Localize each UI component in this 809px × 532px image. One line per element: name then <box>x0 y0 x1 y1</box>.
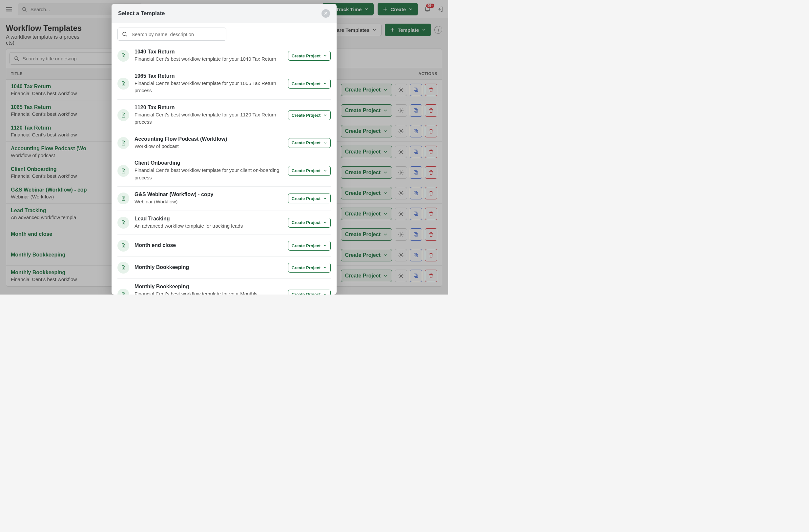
template-icon-wrap <box>118 109 129 121</box>
document-icon <box>120 112 126 118</box>
chevron-down-icon <box>323 141 327 145</box>
chevron-down-icon <box>323 82 327 86</box>
create-project-button[interactable]: Create Project <box>288 218 331 228</box>
create-project-label: Create Project <box>292 168 321 173</box>
template-icon-wrap <box>118 262 129 274</box>
create-project-label: Create Project <box>292 243 321 248</box>
create-project-label: Create Project <box>292 53 321 58</box>
chevron-down-icon <box>323 54 327 58</box>
template-title: 1040 Tax Return <box>135 49 283 55</box>
create-project-label: Create Project <box>292 113 321 118</box>
template-list-item: Month end close Create Project <box>118 235 331 257</box>
create-project-label: Create Project <box>292 81 321 86</box>
template-desc: Webinar (Workflow) <box>135 198 283 206</box>
template-list-item: Monthly Bookkeeping Create Project <box>118 257 331 279</box>
template-title: Month end close <box>135 242 283 248</box>
template-icon-wrap <box>118 50 129 62</box>
create-project-button[interactable]: Create Project <box>288 138 331 148</box>
template-icon-wrap <box>118 165 129 177</box>
template-desc: Financial Cent's best workflow template … <box>135 80 283 95</box>
template-desc: Financial Cent's best workflow template … <box>135 167 283 182</box>
template-list-item: G&S Webinar (Workflow) - copy Webinar (W… <box>118 187 331 211</box>
template-list-item: 1040 Tax Return Financial Cent's best wo… <box>118 44 331 68</box>
modal-search-input[interactable] <box>132 32 222 37</box>
modal-close-button[interactable]: ✕ <box>322 9 330 18</box>
document-icon <box>120 168 126 174</box>
modal-search[interactable] <box>118 28 226 41</box>
document-icon <box>120 292 126 295</box>
template-desc: Financial Cent's best workflow template … <box>135 55 283 63</box>
search-icon <box>122 31 127 37</box>
create-project-label: Create Project <box>292 196 321 201</box>
template-desc: Workflow of podcast <box>135 143 283 150</box>
template-list-item: Client Onboarding Financial Cent's best … <box>118 155 331 187</box>
document-icon <box>120 220 126 226</box>
create-project-label: Create Project <box>292 220 321 225</box>
create-project-label: Create Project <box>292 140 321 145</box>
chevron-down-icon <box>323 196 327 201</box>
chevron-down-icon <box>323 113 327 117</box>
template-desc: An advanced workflow template for tracki… <box>135 222 283 230</box>
chevron-down-icon <box>323 244 327 247</box>
select-template-modal: Select a Template ✕ 1040 Tax Return Fina… <box>111 4 337 294</box>
document-icon <box>120 81 126 87</box>
modal-title: Select a Template <box>118 10 322 17</box>
document-icon <box>120 53 126 59</box>
template-title: Client Onboarding <box>135 160 283 166</box>
create-project-button[interactable]: Create Project <box>288 79 331 89</box>
template-list-item: 1065 Tax Return Financial Cent's best wo… <box>118 68 331 100</box>
template-icon-wrap <box>118 192 129 204</box>
template-list-item: Accounting Flow Podcast (Workflow) Workf… <box>118 131 331 155</box>
template-list: 1040 Tax Return Financial Cent's best wo… <box>118 44 331 294</box>
template-title: Monthly Bookkeeping <box>135 264 283 270</box>
document-icon <box>120 243 126 248</box>
template-title: G&S Webinar (Workflow) - copy <box>135 191 283 198</box>
create-project-label: Create Project <box>292 265 321 270</box>
modal-header: Select a Template ✕ <box>111 4 337 23</box>
template-title: Accounting Flow Podcast (Workflow) <box>135 136 283 142</box>
template-title: 1120 Tax Return <box>135 105 283 110</box>
close-icon: ✕ <box>324 11 328 16</box>
create-project-button[interactable]: Create Project <box>288 263 331 273</box>
create-project-button[interactable]: Create Project <box>288 51 331 61</box>
chevron-down-icon <box>323 169 327 173</box>
chevron-down-icon <box>323 293 327 295</box>
template-list-item: Monthly Bookkeeping Financial Cent's bes… <box>118 279 331 294</box>
template-title: Monthly Bookkeeping <box>135 284 283 290</box>
template-list-item: Lead Tracking An advanced workflow templ… <box>118 211 331 235</box>
template-title: Lead Tracking <box>135 216 283 222</box>
chevron-down-icon <box>323 221 327 225</box>
create-project-button[interactable]: Create Project <box>288 110 331 120</box>
template-desc: Financial Cent's best workflow template … <box>135 111 283 126</box>
template-icon-wrap <box>118 137 129 149</box>
template-list-item: 1120 Tax Return Financial Cent's best wo… <box>118 100 331 131</box>
template-desc: Financial Cent's best workflow template … <box>135 290 283 294</box>
template-icon-wrap <box>118 240 129 252</box>
template-icon-wrap <box>118 78 129 89</box>
create-project-button[interactable]: Create Project <box>288 241 331 251</box>
create-project-label: Create Project <box>292 292 321 294</box>
modal-scrim[interactable]: Select a Template ✕ 1040 Tax Return Fina… <box>0 0 448 294</box>
document-icon <box>120 195 126 201</box>
template-icon-wrap <box>118 217 129 229</box>
create-project-button[interactable]: Create Project <box>288 166 331 176</box>
create-project-button[interactable]: Create Project <box>288 193 331 203</box>
document-icon <box>120 265 126 271</box>
document-icon <box>120 140 126 146</box>
create-project-button[interactable]: Create Project <box>288 290 331 295</box>
template-icon-wrap <box>118 289 129 295</box>
chevron-down-icon <box>323 266 327 270</box>
template-title: 1065 Tax Return <box>135 73 283 79</box>
